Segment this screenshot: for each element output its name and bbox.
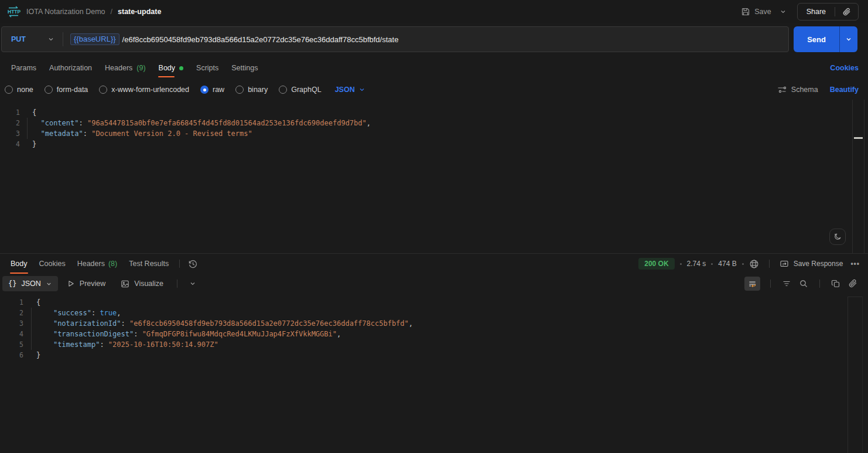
request-editor-scrollbar[interactable] [852,100,864,253]
line-number: 3 [0,318,23,329]
response-body-code: 1{2 "success": true,3 "notarizationId": … [0,297,868,360]
radio-label: form-data [57,86,88,94]
search-icon[interactable] [798,278,809,289]
line-number: 3 [0,128,20,139]
link-icon[interactable] [847,278,859,289]
save-options-chevron-icon[interactable] [775,6,791,18]
response-time[interactable]: 2.74 s [687,260,706,268]
save-label: Save [754,8,771,16]
code-text: { [20,107,36,118]
save-response-button[interactable]: Save Response [780,259,843,268]
language-dropdown[interactable]: JSON [335,86,365,94]
request-tabs: Params Authorization Headers (9) Body Sc… [0,56,868,80]
code-text: { [23,297,40,308]
copy-link-icon[interactable] [835,4,858,20]
tab-body[interactable]: Body [152,56,190,80]
response-size[interactable]: 474 B [718,260,736,268]
tab-authorization[interactable]: Authorization [43,56,98,80]
visualize-label: Visualize [134,280,163,288]
svg-text:HTTP: HTTP [8,9,21,15]
response-history-icon[interactable] [184,259,201,269]
line-number: 6 [0,350,23,360]
headers-count: (8) [108,260,117,268]
code-line: 1{ [0,297,868,308]
radio-raw[interactable]: raw [200,86,224,94]
save-button[interactable]: Save [737,5,775,19]
response-tab-cookies[interactable]: Cookies [33,254,71,274]
copy-icon[interactable] [830,278,842,289]
radio-form-data[interactable]: form-data [45,86,88,94]
line-number: 4 [0,139,20,149]
tab-label: Cookies [39,260,66,268]
preview-button[interactable]: Preview [60,280,112,288]
beautify-button[interactable]: Beautify [830,86,859,94]
method-dropdown[interactable]: PUT [2,35,63,43]
breadcrumb-collection[interactable]: IOTA Notarization Demo [26,8,105,16]
divider [177,280,177,288]
tab-params[interactable]: Params [5,56,43,80]
breadcrumb-separator: / [111,8,112,16]
top-bar: HTTP IOTA Notarization Demo / state-upda… [0,0,868,23]
radio-label: x-www-form-urlencoded [111,86,189,94]
tab-label: Params [11,64,36,72]
code-text: "success": true, [23,308,121,318]
response-format-dropdown[interactable]: {} JSON [2,276,58,291]
schema-button[interactable]: Schema [777,85,818,94]
sliders-icon [777,85,787,94]
code-text: "notarizationId": "e6f8ccb6950458fd9eb79… [23,318,413,329]
code-line: 4} [0,139,868,149]
url-input[interactable]: {{baseURL}} /e6f8ccb6950458fd9eb793d8a56… [63,33,405,45]
share-button[interactable]: Share [798,8,835,16]
network-globe-icon[interactable] [749,259,759,269]
radio-none[interactable]: none [5,86,33,94]
response-toolbar-right [744,277,859,291]
radio-x-www-form-urlencoded[interactable]: x-www-form-urlencoded [99,86,189,94]
request-url-row: PUT {{baseURL}} /e6f8ccb6950458fd9eb793d… [0,23,868,56]
tab-scripts[interactable]: Scripts [190,56,225,80]
response-tab-test-results[interactable]: Test Results [123,254,175,274]
format-more-chevron-icon[interactable] [184,280,201,287]
divider [770,280,771,288]
radio-label: binary [248,86,268,94]
method-label: PUT [11,35,26,43]
more-options-button[interactable]: ••• [848,260,860,268]
chevron-down-icon [46,281,52,287]
line-number: 4 [0,329,23,339]
request-body-editor[interactable]: 1{2 "content": "96a5447815a0bf0e7efa6684… [0,100,868,253]
radio-circle [279,86,287,94]
code-line: 2 "success": true, [0,308,868,318]
cookies-link[interactable]: Cookies [830,64,859,72]
response-body-viewer[interactable]: 1{2 "success": true,3 "notarizationId": … [0,294,868,453]
radio-binary[interactable]: binary [235,86,268,94]
tab-label: Body [11,260,28,268]
radio-label: raw [213,86,224,94]
send-options-chevron-icon[interactable] [839,26,857,52]
response-tab-headers[interactable]: Headers (8) [71,254,124,274]
send-button[interactable]: Send [794,26,839,52]
share-button-group: Share [797,3,859,21]
radio-graphql[interactable]: GraphQL [279,86,321,94]
breadcrumb-request-name[interactable]: state-update [118,8,161,16]
breadcrumb: HTTP IOTA Notarization Demo / state-upda… [6,5,161,19]
filter-icon[interactable] [781,278,792,289]
response-header: Body Cookies Headers (8) Test Results 20… [0,254,868,274]
tab-label: Test Results [129,260,169,268]
line-number: 1 [0,107,20,118]
radio-circle [45,86,53,94]
line-number: 1 [0,297,23,308]
status-badge[interactable]: 200 OK [638,258,674,270]
radio-circle-checked [200,86,209,94]
response-tab-body[interactable]: Body [5,254,33,274]
tab-headers[interactable]: Headers (9) [98,56,152,80]
dot-separator [711,263,713,265]
baseurl-variable-chip[interactable]: {{baseURL}} [70,33,119,45]
tab-settings[interactable]: Settings [225,56,264,80]
visualize-button[interactable]: Visualize [114,280,170,288]
dot-separator [742,263,744,265]
tab-label: Headers [105,64,132,72]
response-editor-scrollbar[interactable] [848,297,863,453]
request-url-box: PUT {{baseURL}} /e6f8ccb6950458fd9eb793d… [1,26,789,52]
tab-label: Headers [77,260,105,268]
wrap-text-button[interactable] [744,277,760,291]
postbot-assistant-button[interactable] [829,229,846,245]
